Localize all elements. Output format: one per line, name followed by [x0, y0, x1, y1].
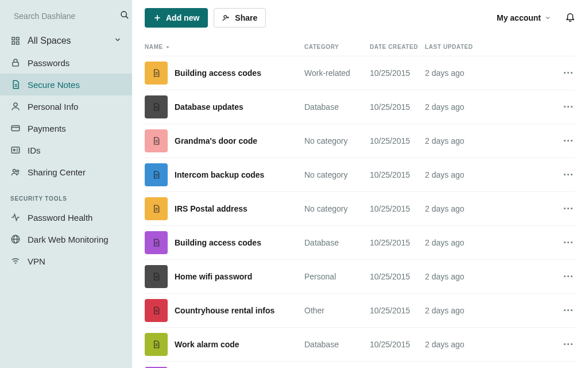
note-name: Building access codes — [175, 68, 304, 78]
search-icon[interactable] — [120, 10, 129, 22]
wifi-icon — [10, 256, 21, 266]
more-actions-icon[interactable]: ··· — [562, 101, 575, 113]
svg-point-23 — [224, 16, 227, 18]
header-category[interactable]: CATEGORY — [304, 44, 370, 50]
note-name: Work alarm code — [175, 340, 304, 349]
people-icon — [10, 167, 21, 177]
more-actions-icon[interactable]: ··· — [562, 135, 575, 147]
note-name: Countryhouse rental infos — [175, 306, 304, 315]
note-date-created: 10/25/2015 — [370, 272, 425, 281]
sidebar-item-dark-web-monitoring[interactable]: Dark Web Monitoring — [0, 228, 132, 250]
note-name: Database updates — [175, 102, 304, 112]
svg-point-0 — [121, 12, 126, 17]
table-row[interactable]: Work alarm codeDatabase10/25/20152 days … — [145, 327, 575, 361]
note-date-created: 10/25/2015 — [370, 204, 425, 213]
note-icon — [145, 62, 168, 85]
note-last-updated: 2 days ago — [425, 170, 562, 179]
sort-down-icon — [165, 45, 170, 49]
notes-table: NAME CATEGORY DATE CREATED LAST UPDATED … — [132, 34, 588, 368]
more-actions-icon[interactable]: ··· — [562, 237, 575, 249]
note-last-updated: 2 days ago — [425, 204, 562, 213]
svg-point-17 — [17, 170, 19, 172]
svg-point-9 — [14, 103, 17, 106]
note-category: Database — [304, 102, 370, 112]
share-button[interactable]: Share — [214, 8, 266, 28]
sidebar-item-label: Password Health — [28, 213, 92, 223]
table-row[interactable]: Database updatesDatabase10/25/20152 days… — [145, 90, 575, 124]
share-label: Share — [235, 13, 257, 22]
sidebar-item-label: Personal Info — [28, 102, 78, 112]
table-row[interactable]: Intercom backup codesNo category10/25/20… — [145, 158, 575, 191]
note-name: Home wifi password — [175, 272, 304, 281]
person-icon — [10, 101, 21, 112]
sidebar-item-vpn[interactable]: VPN — [0, 250, 132, 272]
note-date-created: 10/25/2015 — [370, 340, 425, 349]
note-last-updated: 2 days ago — [425, 340, 562, 349]
grid-icon — [10, 36, 21, 46]
table-row[interactable]: Acme Promo codeNo category10/25/20152 da… — [145, 361, 575, 368]
header-name[interactable]: NAME — [145, 44, 304, 50]
note-date-created: 10/25/2015 — [370, 306, 425, 315]
table-row[interactable]: Building access codesDatabase10/25/20152… — [145, 225, 575, 259]
more-actions-icon[interactable]: ··· — [562, 271, 575, 283]
my-account-menu[interactable]: My account — [497, 13, 551, 22]
svg-rect-4 — [12, 42, 15, 45]
note-icon — [145, 163, 168, 186]
notifications-icon[interactable] — [565, 12, 575, 24]
sidebar-item-sharing-center[interactable]: Sharing Center — [0, 161, 132, 183]
note-date-created: 10/25/2015 — [370, 136, 425, 145]
note-category: No category — [304, 170, 370, 179]
sidebar-item-label: Payments — [28, 124, 66, 133]
sidebar-item-label: Passwords — [28, 58, 69, 68]
svg-point-13 — [13, 150, 15, 151]
header-last-updated[interactable]: LAST UPDATED — [425, 44, 575, 50]
table-row[interactable]: Home wifi passwordPersonal10/25/20152 da… — [145, 259, 575, 293]
sidebar-item-label: All Spaces — [28, 36, 71, 46]
note-date-created: 10/25/2015 — [370, 102, 425, 112]
note-icon — [145, 265, 168, 288]
svg-rect-5 — [17, 42, 20, 45]
table-row[interactable]: Countryhouse rental infosOther10/25/2015… — [145, 293, 575, 327]
sidebar: All SpacesPasswordsSecure NotesPersonal … — [0, 0, 132, 368]
svg-rect-3 — [17, 37, 20, 40]
sidebar-item-label: Secure Notes — [28, 80, 80, 90]
more-actions-icon[interactable]: ··· — [562, 169, 575, 181]
search-input[interactable] — [14, 12, 114, 21]
chevron-down-icon — [114, 36, 122, 46]
note-name: Intercom backup codes — [175, 170, 304, 179]
sidebar-item-ids[interactable]: IDs — [0, 139, 132, 161]
more-actions-icon[interactable]: ··· — [562, 203, 575, 215]
more-actions-icon[interactable]: ··· — [562, 339, 575, 351]
sidebar-item-password-health[interactable]: Password Health — [0, 206, 132, 228]
lock-icon — [10, 57, 21, 68]
sidebar-item-passwords[interactable]: Passwords — [0, 52, 132, 74]
note-category: Work-related — [304, 68, 370, 78]
sidebar-item-label: Dark Web Monitoring — [28, 235, 109, 244]
svg-line-1 — [126, 16, 128, 18]
sidebar-item-all-spaces[interactable]: All Spaces — [0, 30, 132, 52]
main: Add new Share My account NAME CATEGORY D… — [132, 0, 588, 368]
table-row[interactable]: Building access codesWork-related10/25/2… — [145, 56, 575, 90]
table-row[interactable]: Grandma's door codeNo category10/25/2015… — [145, 124, 575, 158]
sidebar-item-label: VPN — [28, 256, 45, 266]
more-actions-icon[interactable]: ··· — [562, 305, 575, 317]
topbar: Add new Share My account — [132, 0, 588, 34]
table-row[interactable]: IRS Postal addressNo category10/25/20152… — [145, 191, 575, 225]
sidebar-item-label: Sharing Center — [28, 167, 86, 177]
add-new-label: Add new — [166, 13, 199, 22]
svg-marker-26 — [166, 46, 169, 48]
svg-point-16 — [13, 170, 16, 172]
sidebar-item-personal-info[interactable]: Personal Info — [0, 95, 132, 117]
header-date-created[interactable]: DATE CREATED — [370, 44, 425, 50]
web-icon — [10, 234, 21, 244]
add-new-button[interactable]: Add new — [145, 8, 208, 28]
note-category: Database — [304, 340, 370, 349]
note-last-updated: 2 days ago — [425, 136, 562, 145]
note-icon — [145, 197, 168, 220]
more-actions-icon[interactable]: ··· — [562, 67, 575, 79]
sidebar-item-secure-notes[interactable]: Secure Notes — [0, 74, 132, 95]
sidebar-item-label: IDs — [28, 145, 41, 155]
sidebar-item-payments[interactable]: Payments — [0, 117, 132, 139]
svg-rect-10 — [11, 126, 20, 131]
note-last-updated: 2 days ago — [425, 306, 562, 315]
